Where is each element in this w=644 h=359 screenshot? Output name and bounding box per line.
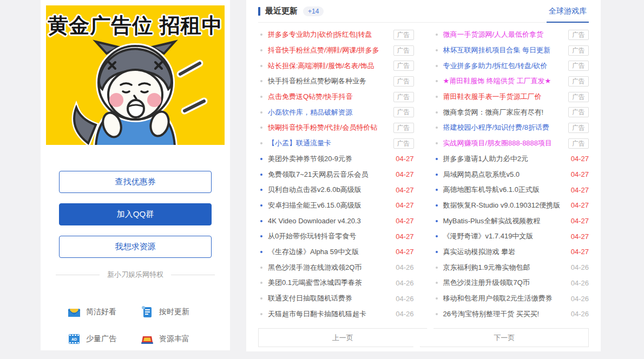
find-coupon-button[interactable]: 查找优惠券 — [59, 171, 212, 193]
item-link[interactable]: 站长担保:高端潮鞋/服饰/名表/饰品 — [268, 61, 389, 71]
ad-banner[interactable]: 黄金广告位 招租中 — [46, 5, 225, 145]
item-date: 04-26 — [396, 310, 413, 318]
bullet-dot — [436, 204, 438, 207]
list-item: 小磊软件库，精品破解资源广告 — [258, 104, 414, 120]
item-link[interactable]: 贝利自动点击器v2.6.0b高级版 — [268, 185, 391, 195]
item-link[interactable]: 拼多多邀请1人助力必中2元 — [443, 154, 567, 164]
list-item: MyBatis-Plus全解实战视频教程04-27 — [433, 213, 589, 229]
item-link[interactable]: 快手抖音粉丝点赞秒唰各种业务 — [268, 76, 389, 86]
list-item: 4K Video Downloader v4.20.304-27 — [258, 213, 414, 229]
ad-icon: AD — [68, 333, 81, 345]
item-date: 04-27 — [571, 217, 589, 225]
feature-grid: 简洁好看 按时更新 — [46, 280, 225, 345]
item-link[interactable]: 《生存边缘》Alpha 59中文版 — [268, 247, 391, 257]
item-link[interactable]: 专业拼多多助力/拆红包/转盘/砍价 — [443, 61, 564, 71]
list-item: 免费领取7~21天网易云音乐会员04-27 — [258, 167, 414, 182]
bullet-dot — [260, 142, 262, 144]
bullet-dot — [260, 204, 262, 207]
item-link[interactable]: 26号淘宝特别整理干货 买买买! — [443, 309, 567, 319]
item-link[interactable]: 4K Video Downloader v4.20.3 — [268, 217, 391, 225]
item-date: 04-27 — [396, 170, 413, 178]
item-link[interactable]: ★莆田鞋服饰 终端供货 工厂直发★ — [443, 76, 564, 86]
ad-badge: 广告 — [393, 30, 414, 40]
item-link[interactable]: 小磊软件库，精品破解资源 — [268, 108, 389, 117]
item-date: 04-27 — [396, 232, 413, 241]
item-date: 04-27 — [396, 155, 413, 163]
item-date: 04-26 — [571, 279, 589, 287]
request-resource-button[interactable]: 我想求资源 — [59, 236, 212, 258]
bullet-dot — [260, 49, 262, 51]
item-link[interactable]: 【小孟】联通流量卡 — [268, 138, 389, 148]
item-date: 04-26 — [396, 263, 413, 271]
ad-banner-title: 黄金广告位 招租中 — [46, 5, 225, 39]
next-page-button[interactable]: 下一页 — [420, 328, 589, 347]
item-date: 04-27 — [571, 232, 589, 241]
bullet-dot — [436, 142, 438, 144]
bullet-dot — [436, 235, 438, 237]
item-link[interactable]: 真实运动模拟游戏 攀岩 — [443, 247, 567, 257]
ad-badge: 广告 — [393, 45, 414, 56]
item-link[interactable]: 安卓扫描全能王v6.15.0高级版 — [268, 201, 391, 210]
item-link[interactable]: 《漫野奇谭》v1.7.419中文版 — [443, 231, 567, 241]
item-link[interactable]: 实战网赚项目/朋友圈888-8888项目 — [443, 138, 564, 148]
svg-text:AD: AD — [71, 337, 77, 341]
global-game-library-link[interactable]: 全球游戏库 — [547, 0, 589, 23]
item-link[interactable]: 抖音快手粉丝点赞/潮鞋/网课/拼多多 — [268, 45, 389, 55]
item-date: 04-27 — [571, 170, 589, 178]
item-date: 04-26 — [396, 295, 413, 303]
item-link[interactable]: 拼多多专业助力|砍价|拆红包|转盘 — [268, 30, 389, 39]
bullet-dot — [436, 80, 438, 82]
item-link[interactable]: 搭建校园小程序/知识付费/8折话费 — [443, 123, 564, 132]
item-link[interactable]: 京东福利购1.9元撸实物包邮 — [443, 263, 567, 272]
item-link[interactable]: 黑色沙漠注册升级领取7Q币 — [443, 278, 567, 288]
page: 黄金广告位 招租中 — [0, 0, 644, 351]
item-link[interactable]: 微商拿货网：微商厂家应有尽有! — [443, 108, 564, 117]
item-link[interactable]: MyBatis-Plus全解实战视频教程 — [443, 216, 567, 226]
item-link[interactable]: 从0开始带你玩转抖音零食号 — [268, 231, 391, 241]
item-link[interactable]: 美团0.1元喝蜜雪冰城四季春茶 — [268, 278, 391, 288]
bullet-dot — [260, 220, 262, 222]
item-link[interactable]: 莆田鞋衣服手表一手货源工厂价 — [443, 92, 564, 102]
item-link[interactable]: 点击免费送Q钻赞/快手抖音 — [268, 92, 389, 102]
item-link[interactable]: 快唰抖音快手粉赞/代挂/会员特价钻 — [268, 123, 389, 132]
bullet-dot — [260, 65, 262, 67]
item-link[interactable]: 微商一手货源网/人人最低价拿货 — [443, 30, 564, 39]
ad-badge: 广告 — [568, 138, 589, 149]
feature-clean-look: 简洁好看 — [68, 305, 135, 318]
prev-page-button[interactable]: 上一页 — [258, 328, 428, 347]
bullet-dot — [436, 189, 438, 191]
item-link[interactable]: 黑色沙漠手游在线游戏领2Q币 — [268, 263, 391, 272]
item-link[interactable]: 美团外卖神券节领20-9元券 — [268, 154, 391, 164]
feature-label: 少量广告 — [86, 334, 116, 344]
list-item: 抖音快手粉丝点赞/潮鞋/网课/拼多多广告 — [258, 43, 414, 58]
bullet-dot — [260, 297, 262, 300]
list-item: 拼多多邀请1人助力必中2元04-27 — [433, 151, 589, 167]
list-item: 点击免费送Q钻赞/快手抖音广告 — [258, 89, 414, 105]
item-link[interactable]: 高德地图车机导航v6.1.0正式版 — [443, 185, 567, 195]
ad-badge: 广告 — [393, 138, 414, 149]
bullet-dot — [260, 282, 262, 284]
item-link[interactable]: 局域网简易点歌系统v5.0 — [443, 170, 567, 179]
list-item: 《漫野奇谭》v1.7.419中文版04-27 — [433, 229, 589, 244]
recent-updates-panel: 最近更新 +14 全球游戏库 拼多多专业助力|砍价|拆红包|转盘广告抖音快手粉丝… — [246, 0, 601, 351]
item-link[interactable]: 林坏互联网挂机项目合集 每日更新 — [443, 45, 564, 55]
meme-character-illustration — [46, 39, 225, 145]
item-link[interactable]: 移动和包老用户领取2元生活缴费券 — [443, 294, 567, 303]
join-qq-group-button[interactable]: 加入QQ群 — [59, 203, 212, 225]
item-link[interactable]: 免费领取7~21天网易云音乐会员 — [268, 170, 391, 179]
list-item: 快唰抖音快手粉赞/代挂/会员特价钻广告 — [258, 120, 414, 136]
item-link[interactable]: 联通支付日抽取随机话费券 — [268, 294, 391, 303]
list-item: 高德地图车机导航v6.1.0正式版04-27 — [433, 182, 589, 198]
sidebar-actions: 查找优惠券 加入QQ群 我想求资源 — [46, 145, 225, 258]
list-item: 美团0.1元喝蜜雪冰城四季春茶04-26 — [258, 275, 414, 291]
item-link[interactable]: 数据恢复R-Studio v9.0.190312便携版 — [443, 201, 567, 210]
notes-icon — [141, 305, 154, 318]
update-list-left: 拼多多专业助力|砍价|拆红包|转盘广告抖音快手粉丝点赞/潮鞋/网课/拼多多广告站… — [258, 27, 414, 322]
bullet-dot — [436, 282, 438, 284]
list-item: 移动和包老用户领取2元生活缴费券04-26 — [433, 291, 589, 307]
item-date: 04-26 — [571, 295, 589, 303]
ad-badge: 广告 — [568, 30, 589, 40]
ad-badge: 广告 — [393, 123, 414, 133]
item-link[interactable]: 天猫超市每日翻卡抽随机猫超卡 — [268, 309, 391, 319]
bullet-dot — [260, 251, 262, 253]
